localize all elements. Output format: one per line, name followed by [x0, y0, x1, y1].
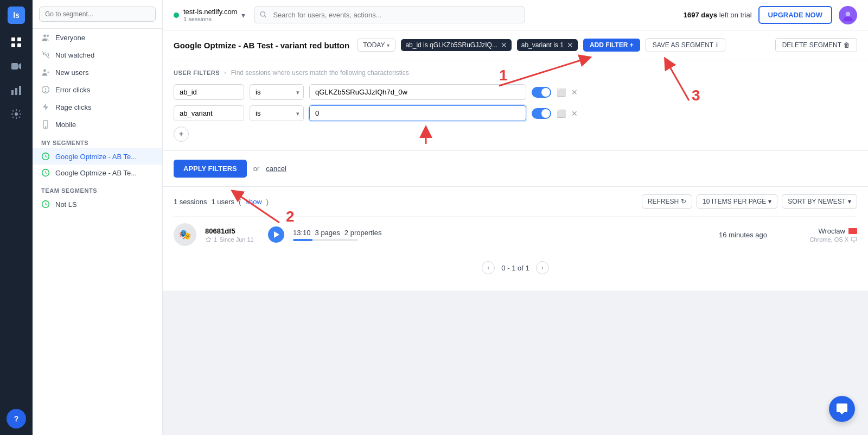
add-condition-button[interactable]: + [174, 127, 189, 142]
alert-circle-icon [41, 85, 50, 94]
results-header: 1 sessions 1 users ( show ) REFRESH ↻ 10… [174, 194, 857, 209]
svg-rect-3 [17, 43, 21, 47]
filter-toggle-1[interactable] [532, 108, 551, 119]
session-stats: 13:10 3 pages 2 properties [293, 229, 381, 241]
svg-point-18 [45, 127, 46, 127]
sidebar-item-everyone[interactable]: Everyone [33, 29, 162, 46]
site-sessions: 1 sessions [183, 16, 237, 22]
filter-tag-0-close[interactable]: ✕ [501, 41, 507, 49]
sidebar-item-not-watched-label: Not watched [55, 51, 94, 59]
search-bar [254, 7, 525, 23]
zap-icon [41, 103, 50, 111]
user-filters-label-row: USER FILTERS • Find sessions where users… [174, 69, 857, 77]
main-content: test-ls.netlify.com 1 sessions ▾ 1697 da… [163, 0, 868, 435]
session-progress-fill [293, 239, 312, 241]
refresh-icon: ↻ [681, 198, 686, 205]
sidebar-item-error-clicks[interactable]: Error clicks [33, 81, 162, 98]
segment-icon-1 [41, 168, 50, 177]
items-per-page-label: 10 ITEMS PER PAGE [703, 198, 766, 205]
show-users-link[interactable]: show [245, 198, 261, 206]
filter-value-1[interactable] [309, 105, 526, 121]
upgrade-now-button[interactable]: UPGRADE NOW [758, 6, 832, 24]
site-domain: test-ls.netlify.com [183, 8, 237, 16]
my-segments-label: MY SEGMENTS [33, 133, 162, 148]
save-segment-button[interactable]: SAVE AS SEGMENT ℹ [646, 38, 725, 52]
items-per-page-button[interactable]: 10 ITEMS PER PAGE ▾ [697, 194, 777, 209]
filter-field-1[interactable] [174, 105, 244, 121]
date-filter-label: TODAY [363, 41, 385, 49]
sidebar-item-mobile[interactable]: Mobile [33, 116, 162, 133]
chat-bubble[interactable] [829, 396, 855, 422]
pagination-next[interactable]: › [536, 261, 549, 274]
filter-toggle-0[interactable] [532, 87, 551, 98]
segment-search-input[interactable] [39, 7, 156, 22]
filter-close-1[interactable]: ✕ [571, 109, 578, 118]
sidebar-item-new-users[interactable]: New users [33, 64, 162, 81]
session-avatar: 🎭 [174, 223, 196, 246]
delete-segment-label: DELETE SEGMENT [782, 41, 841, 49]
filter-value-0[interactable] [309, 84, 526, 100]
filter-copy-icon-1[interactable]: ⬜ [557, 109, 566, 118]
session-star-icon [205, 236, 212, 243]
session-rating: 1 [214, 236, 217, 243]
team-segment-icon-0 [41, 200, 50, 209]
date-dropdown-icon: ▾ [387, 42, 390, 48]
session-time: 13:10 [293, 229, 311, 237]
filter-tag-0: ab_id is qGLKZb5SRuGJJzIQ... ✕ [401, 39, 511, 51]
date-filter-btn[interactable]: TODAY ▾ [357, 39, 395, 52]
refresh-label: REFRESH [648, 198, 679, 205]
filter-close-0[interactable]: ✕ [571, 88, 578, 97]
filter-tag-1-close[interactable]: ✕ [567, 41, 573, 49]
segment-icon-0 [41, 152, 50, 161]
nav-icon-video[interactable] [7, 56, 26, 76]
apply-filters-area: APPLY FILTERS or cancel [163, 151, 868, 187]
play-button[interactable] [268, 226, 284, 243]
svg-rect-1 [17, 37, 21, 41]
filter-operator-1[interactable]: is is not contains [250, 105, 304, 121]
items-per-page-icon: ▾ [768, 198, 771, 205]
nav-icon-analytics[interactable] [7, 80, 26, 100]
filter-field-0[interactable] [174, 84, 244, 100]
sidebar-item-rage-clicks[interactable]: Rage clicks [33, 98, 162, 116]
svg-point-22 [261, 11, 265, 16]
sidebar-search-area [33, 0, 162, 29]
sort-button[interactable]: SORT BY NEWEST ▾ [782, 194, 857, 209]
my-segment-item-1[interactable]: Google Optmize - AB Te... [33, 165, 162, 181]
pagination-prev[interactable]: ‹ [482, 261, 495, 274]
user-filters-desc: Find sessions where users match the foll… [231, 69, 409, 77]
filter-copy-icon-0[interactable]: ⬜ [557, 88, 566, 97]
add-filter-button[interactable]: ADD FILTER + [583, 39, 640, 52]
site-dropdown-btn[interactable]: ▾ [241, 11, 245, 20]
pagination-range: 0 - 1 of 1 [501, 264, 529, 272]
cancel-link[interactable]: cancel [266, 165, 286, 173]
svg-marker-16 [43, 104, 48, 111]
app-logo[interactable]: ls [8, 7, 25, 24]
session-id[interactable]: 80681df5 [205, 227, 259, 235]
location-top: Wroclaw [818, 227, 857, 235]
sidebar: Everyone Not watched New users Error cli… [33, 0, 163, 435]
nav-icon-grid[interactable] [7, 33, 26, 52]
nav-icon-settings[interactable] [7, 104, 26, 124]
svg-rect-4 [11, 63, 18, 70]
svg-point-24 [843, 16, 853, 21]
filter-tag-1-label: ab_variant is 1 [521, 41, 564, 49]
show-paren-open: ( [239, 198, 241, 206]
filter-operator-0[interactable]: is is not contains [250, 84, 304, 100]
session-pages: 3 pages [315, 229, 340, 237]
svg-point-12 [43, 69, 46, 72]
nav-icon-help[interactable]: ? [7, 409, 26, 428]
sidebar-item-mobile-label: Mobile [55, 121, 76, 129]
refresh-button[interactable]: REFRESH ↻ [642, 194, 692, 209]
nav-bar: ls ? [0, 0, 33, 435]
user-avatar[interactable] [839, 6, 857, 24]
filter-tag-1: ab_variant is 1 ✕ [517, 39, 578, 51]
team-segment-label-0: Not LS [55, 200, 77, 209]
chat-icon [835, 402, 848, 415]
my-segment-item-0[interactable]: Google Optmize - AB Te... [33, 148, 162, 165]
team-segment-item-0[interactable]: Not LS [33, 196, 162, 212]
search-input[interactable] [254, 7, 525, 23]
delete-segment-button[interactable]: DELETE SEGMENT 🗑 [775, 38, 857, 52]
eye-off-icon [41, 51, 50, 59]
sidebar-item-not-watched[interactable]: Not watched [33, 46, 162, 64]
apply-filters-button[interactable]: APPLY FILTERS [174, 160, 247, 178]
